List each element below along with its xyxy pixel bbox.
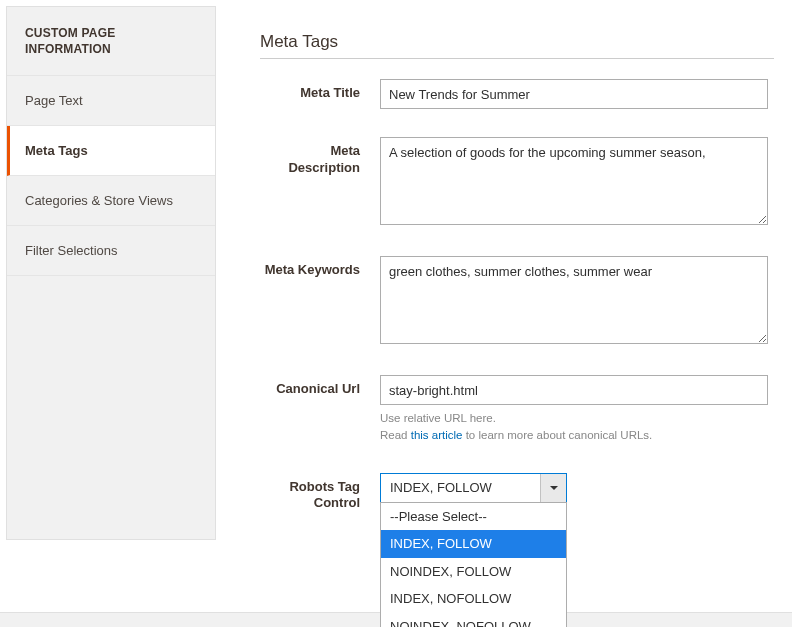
row-canonical-url: Canonical Url Use relative URL here. Rea… bbox=[260, 375, 774, 445]
label-meta-title: Meta Title bbox=[260, 79, 380, 109]
sidebar-item-meta-tags[interactable]: Meta Tags bbox=[7, 126, 215, 176]
dropdown-option-noindex-follow[interactable]: NOINDEX, FOLLOW bbox=[381, 558, 566, 586]
hint-read: Read bbox=[380, 429, 411, 441]
hint-line-1: Use relative URL here. bbox=[380, 412, 496, 424]
dropdown-option-index-follow[interactable]: INDEX, FOLLOW bbox=[381, 530, 566, 558]
sidebar-item-label: Categories & Store Views bbox=[25, 193, 173, 208]
label-meta-description: Meta Description bbox=[260, 137, 380, 228]
label-canonical-url: Canonical Url bbox=[260, 375, 380, 445]
section-title: Meta Tags bbox=[260, 32, 774, 59]
label-robots-tag-control: Robots Tag Control bbox=[260, 473, 380, 513]
sidebar-title: CUSTOM PAGE INFORMATION bbox=[7, 7, 215, 76]
textarea-meta-description[interactable]: A selection of goods for the upcoming su… bbox=[380, 137, 768, 225]
sidebar-item-categories-store-views[interactable]: Categories & Store Views bbox=[7, 176, 215, 226]
input-canonical-url[interactable] bbox=[380, 375, 768, 405]
dropdown-option-index-nofollow[interactable]: INDEX, NOFOLLOW bbox=[381, 585, 566, 613]
chevron-down-icon bbox=[540, 474, 566, 502]
row-meta-keywords: Meta Keywords green clothes, summer clot… bbox=[260, 256, 774, 347]
select-robots-tag-control[interactable]: INDEX, FOLLOW bbox=[380, 473, 567, 503]
dropdown-value: INDEX, FOLLOW bbox=[381, 480, 540, 495]
input-meta-title[interactable] bbox=[380, 79, 768, 109]
label-meta-keywords: Meta Keywords bbox=[260, 256, 380, 347]
sidebar: CUSTOM PAGE INFORMATION Page Text Meta T… bbox=[6, 6, 216, 540]
row-robots-tag-control: Robots Tag Control INDEX, FOLLOW --Pleas… bbox=[260, 473, 774, 513]
sidebar-item-page-text[interactable]: Page Text bbox=[7, 76, 215, 126]
sidebar-item-filter-selections[interactable]: Filter Selections bbox=[7, 226, 215, 276]
dropdown-option-noindex-nofollow[interactable]: NOINDEX, NOFOLLOW bbox=[381, 613, 566, 628]
sidebar-item-label: Filter Selections bbox=[25, 243, 117, 258]
dropdown-option-please-select[interactable]: --Please Select-- bbox=[381, 503, 566, 531]
row-meta-description: Meta Description A selection of goods fo… bbox=[260, 137, 774, 228]
dropdown-list: --Please Select-- INDEX, FOLLOW NOINDEX,… bbox=[380, 502, 567, 628]
textarea-meta-keywords[interactable]: green clothes, summer clothes, summer we… bbox=[380, 256, 768, 344]
hint-link[interactable]: this article bbox=[411, 429, 463, 441]
main-panel: Meta Tags Meta Title Meta Description A … bbox=[216, 6, 786, 540]
row-meta-title: Meta Title bbox=[260, 79, 774, 109]
sidebar-item-label: Meta Tags bbox=[25, 143, 88, 158]
hint-suffix: to learn more about canonical URLs. bbox=[462, 429, 652, 441]
sidebar-item-label: Page Text bbox=[25, 93, 83, 108]
hint-canonical-url: Use relative URL here. Read this article… bbox=[380, 410, 774, 445]
